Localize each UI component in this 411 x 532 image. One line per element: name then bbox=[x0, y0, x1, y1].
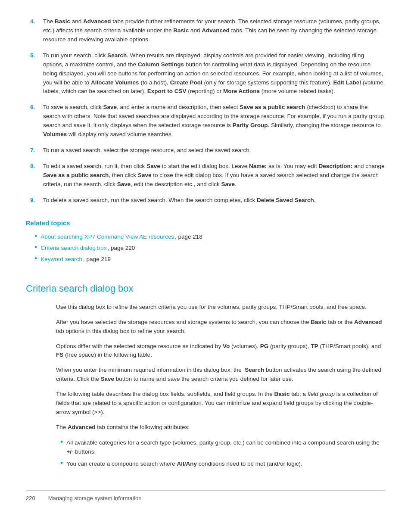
criteria-para-6: The Advanced tab contains the following … bbox=[56, 423, 385, 432]
related-topic-item-2: • Criteria search dialog box, page 220 bbox=[34, 243, 385, 253]
keyword-search-link[interactable]: Keyword search bbox=[40, 256, 82, 262]
item-content-4: The Basic and Advanced tabs provide furt… bbox=[43, 17, 385, 44]
criteria-para-2: After you have selected the storage reso… bbox=[56, 318, 385, 336]
link-page-1: , page 218 bbox=[175, 233, 202, 240]
item-content-9: To delete a saved search, run the saved … bbox=[43, 196, 385, 205]
related-topic-item-3: • Keyword search, page 219 bbox=[34, 255, 385, 264]
criteria-section-heading: Criteria search dialog box bbox=[26, 277, 385, 296]
footer-page-number: 220 bbox=[26, 494, 35, 503]
related-topics-section: Related topics • About searching XP7 Com… bbox=[26, 218, 385, 264]
item-content-8: To edit a saved search, run it, then cli… bbox=[43, 162, 385, 189]
related-topic-link-2[interactable]: Criteria search dialog box, page 220 bbox=[40, 244, 135, 253]
list-item-4: 4. The Basic and Advanced tabs provide f… bbox=[26, 17, 385, 44]
footer-description: Managing storage system information bbox=[48, 494, 142, 503]
list-item-9: 9. To delete a saved search, run the sav… bbox=[26, 196, 385, 205]
link-page-3: , page 219 bbox=[83, 256, 111, 262]
item-number-9: 9. bbox=[30, 196, 40, 205]
related-topics-list: • About searching XP7 Command View AE re… bbox=[34, 232, 385, 264]
criteria-bullet-icon-1: • bbox=[60, 438, 63, 446]
numbered-list: 4. The Basic and Advanced tabs provide f… bbox=[26, 17, 385, 205]
criteria-para-5: The following table describes the dialog… bbox=[56, 390, 385, 417]
bullet-icon-1: • bbox=[34, 232, 37, 240]
item-number-5: 5. bbox=[30, 51, 40, 96]
item-content-6: To save a search, click Save, and enter … bbox=[43, 103, 385, 139]
criteria-section: Criteria search dialog box Use this dial… bbox=[26, 277, 385, 469]
criteria-para-1: Use this dialog box to refine the search… bbox=[56, 303, 385, 312]
list-item-7: 7. To run a saved search, select the sto… bbox=[26, 146, 385, 155]
criteria-bullet-list: • All available categories for a search … bbox=[56, 438, 385, 469]
list-item-6: 6. To save a search, click Save, and ent… bbox=[26, 103, 385, 139]
list-item-8: 8. To edit a saved search, run it, then … bbox=[26, 162, 385, 189]
footer: 220 Managing storage system information bbox=[26, 490, 385, 503]
item-number-7: 7. bbox=[30, 146, 40, 155]
item-content-5: To run your search, click Search. When r… bbox=[43, 51, 385, 96]
related-topic-link-3[interactable]: Keyword search, page 219 bbox=[40, 255, 111, 264]
item-number-4: 4. bbox=[30, 17, 40, 44]
criteria-bullet-text-1: All available categories for a search ty… bbox=[66, 439, 385, 457]
bullet-icon-2: • bbox=[34, 243, 37, 251]
criteria-bullet-text-2: You can create a compound search where A… bbox=[66, 460, 302, 469]
criteria-para-3: Options differ with the selected storage… bbox=[56, 342, 385, 360]
item-number-8: 8. bbox=[30, 162, 40, 189]
criteria-section-body: Use this dialog box to refine the search… bbox=[26, 303, 385, 469]
about-searching-link[interactable]: About searching XP7 Command View AE reso… bbox=[40, 233, 174, 240]
related-topic-link-1[interactable]: About searching XP7 Command View AE reso… bbox=[40, 233, 202, 242]
related-topic-item-1: • About searching XP7 Command View AE re… bbox=[34, 232, 385, 242]
bullet-icon-3: • bbox=[34, 255, 37, 262]
criteria-search-link[interactable]: Criteria search dialog box bbox=[40, 245, 106, 251]
item-number-6: 6. bbox=[30, 103, 40, 139]
criteria-bullet-item-2: • You can create a compound search where… bbox=[56, 459, 385, 469]
criteria-bullet-item-1: • All available categories for a search … bbox=[56, 438, 385, 457]
list-item-5: 5. To run your search, click Search. Whe… bbox=[26, 51, 385, 96]
related-topics-heading: Related topics bbox=[26, 218, 385, 228]
criteria-bullet-icon-2: • bbox=[60, 459, 63, 467]
criteria-para-4: When you enter the minimum required info… bbox=[56, 366, 385, 384]
page: 4. The Basic and Advanced tabs provide f… bbox=[0, 0, 411, 532]
link-page-2: , page 220 bbox=[107, 245, 135, 251]
item-content-7: To run a saved search, select the storag… bbox=[43, 146, 385, 155]
